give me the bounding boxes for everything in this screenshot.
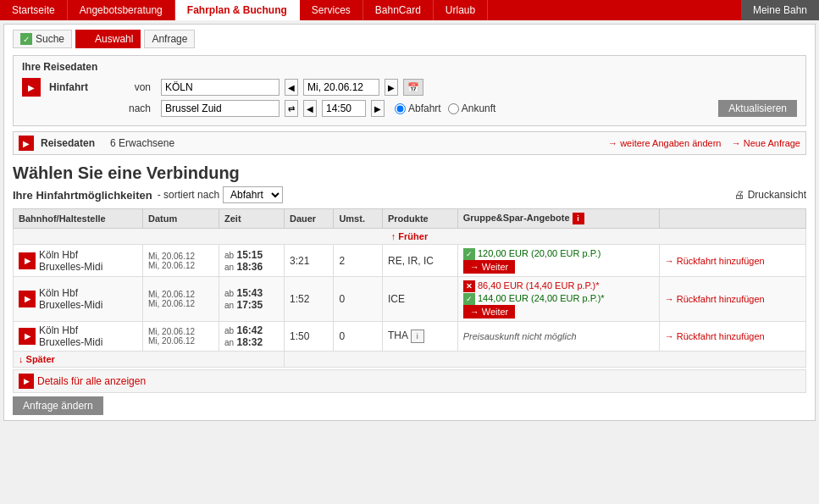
- gruppe-info-icon[interactable]: i: [573, 213, 584, 224]
- nav-bahncard[interactable]: BahnCard: [363, 0, 434, 20]
- table-row: ▶ Köln Hbf Bruxelles-Midi Mi, 20.06.12 M…: [14, 322, 806, 352]
- von-label: von: [105, 81, 156, 93]
- x-icon-2: ✕: [463, 280, 475, 292]
- radio-group: Abfahrt Ankunft: [395, 102, 495, 114]
- datum-cell-2: Mi, 20.06.12 Mi, 20.06.12: [143, 277, 219, 322]
- reisedaten-section: Ihre Reisedaten ▶ Hinfahrt von ◀ ▶ 📅 nac…: [13, 55, 806, 126]
- calendar-btn[interactable]: 📅: [403, 79, 423, 96]
- check-icon-2: ✓: [463, 293, 475, 305]
- sub-nav-anfrage[interactable]: Anfrage: [144, 30, 195, 48]
- reisedaten-row: ▶ Reisedaten 6 Erwachsene → weitere Anga…: [13, 131, 806, 155]
- reisedaten-expand-btn[interactable]: ▶: [19, 136, 34, 151]
- hinfahrt-row: ▶ Hinfahrt von ◀ ▶ 📅: [22, 78, 797, 97]
- sort-select[interactable]: Abfahrt Ankunft Dauer: [223, 186, 283, 203]
- rueckfahrt-link-2[interactable]: Rückfahrt hinzufügen: [665, 294, 765, 304]
- neue-anfrage-link[interactable]: → Neue Anfrage: [732, 138, 800, 148]
- datum-cell-3: Mi, 20.06.12 Mi, 20.06.12: [143, 322, 219, 352]
- col-bahnhof: Bahnhof/Haltestelle: [14, 209, 143, 229]
- to-station-2: Bruxelles-Midi: [39, 299, 102, 311]
- ankunft-radio[interactable]: [448, 103, 459, 114]
- reisedaten-row-label: Reisedaten: [41, 137, 95, 149]
- price-cell-2: ✕ 86,40 EUR (14,40 EUR p.P.)* ✓ 144,00 E…: [457, 277, 659, 322]
- from-station-3: Köln Hbf: [39, 324, 102, 336]
- sub-nav-auswahl[interactable]: Auswahl: [75, 30, 141, 48]
- zeit-cell-3: ab 16:42 an 18:32: [219, 322, 285, 352]
- check-icon: ✓: [20, 33, 32, 45]
- square-icon: [83, 35, 91, 43]
- section-heading: Wählen Sie eine Verbindung: [13, 163, 806, 183]
- nav-services[interactable]: Services: [300, 0, 363, 20]
- details-link[interactable]: ▶ Details für alle anzeigen: [19, 374, 146, 389]
- train-icon-1: ▶: [19, 252, 36, 269]
- bottom-row: ▶ Details für alle anzeigen: [13, 369, 806, 393]
- abfahrt-radio[interactable]: [395, 103, 406, 114]
- main-content: ✓ Suche Auswahl Anfrage Ihre Reisedaten …: [3, 24, 816, 421]
- rueckfahrt-cell-3: Rückfahrt hinzufügen: [659, 322, 805, 352]
- col-dauer: Dauer: [284, 209, 333, 229]
- weitere-angaben-link[interactable]: → weitere Angaben ändern: [608, 138, 721, 148]
- von-input[interactable]: [161, 79, 279, 96]
- verbindung-controls: Ihre Hinfahrtmöglichkeiten - sortiert na…: [13, 186, 806, 203]
- time-input[interactable]: [322, 100, 366, 117]
- hinfahrt-icon: ▶: [22, 78, 41, 97]
- train-icon-2: ▶: [19, 291, 36, 307]
- printer-icon: 🖨: [734, 189, 744, 201]
- produkte-cell-2: ICE: [383, 277, 458, 322]
- spaeter-row: ↓ Später: [14, 352, 806, 368]
- results-table: Bahnhof/Haltestelle Datum Zeit Dauer Ums…: [13, 208, 806, 368]
- next-time-btn[interactable]: ▶: [371, 100, 385, 117]
- prev-time-btn[interactable]: ◀: [303, 100, 317, 117]
- sortiert-label: - sortiert nach: [158, 189, 219, 201]
- next-date-btn[interactable]: ▶: [385, 79, 398, 96]
- ankunft-radio-label[interactable]: Ankunft: [448, 102, 496, 114]
- prev-date-btn[interactable]: ◀: [285, 79, 298, 96]
- station-cell-2: ▶ Köln Hbf Bruxelles-Midi: [14, 277, 143, 322]
- weiter-btn-2[interactable]: → Weiter: [463, 305, 516, 318]
- nach-label: nach: [105, 102, 156, 114]
- zeit-cell-2: ab 15:43 an 17:35: [219, 277, 285, 322]
- table-row: ▶ Köln Hbf Bruxelles-Midi Mi, 20.06.12 M…: [14, 277, 806, 322]
- swap-btn[interactable]: ⇄: [285, 100, 298, 117]
- sub-navigation: ✓ Suche Auswahl Anfrage: [13, 30, 806, 48]
- datum-cell-1: Mi, 20.06.12 Mi, 20.06.12: [143, 245, 219, 277]
- spaeter-cell[interactable]: ↓ Später: [14, 352, 285, 368]
- nach-input[interactable]: [161, 100, 279, 117]
- from-station-2: Köln Hbf: [39, 287, 102, 299]
- train-icon-3: ▶: [19, 328, 36, 345]
- nav-fahrplan-buchung[interactable]: Fahrplan & Buchung: [175, 0, 300, 20]
- nav-urlaub[interactable]: Urlaub: [434, 0, 488, 20]
- rueckfahrt-cell-2: Rückfahrt hinzufügen: [659, 277, 805, 322]
- umst-cell-3: 0: [334, 322, 383, 352]
- col-produkte: Produkte: [383, 209, 458, 229]
- frueher-cell[interactable]: ↑ Früher: [14, 229, 806, 245]
- meine-bahn-button[interactable]: Meine Bahn: [741, 0, 819, 20]
- abfahrt-radio-label[interactable]: Abfahrt: [395, 102, 441, 114]
- aktualisieren-button[interactable]: Aktualisieren: [718, 100, 797, 117]
- price-cell-1: ✓ 120,00 EUR (20,00 EUR p.P.) → Weiter: [457, 245, 659, 277]
- rueckfahrt-cell-1: Rückfahrt hinzufügen: [659, 245, 805, 277]
- change-links: → weitere Angaben ändern → Neue Anfrage: [181, 138, 800, 148]
- check-icon-1: ✓: [463, 248, 475, 260]
- weiter-btn-1[interactable]: → Weiter: [463, 260, 516, 274]
- sub-nav-suche[interactable]: ✓ Suche: [13, 30, 72, 48]
- details-arrow-icon: ▶: [19, 374, 34, 389]
- nach-row: nach ⇄ ◀ ▶ Abfahrt Ankunft Aktualisieren: [22, 100, 797, 117]
- dauer-cell-1: 3:21: [284, 245, 333, 277]
- nav-startseite[interactable]: Startseite: [0, 0, 68, 20]
- preisauskunft-text: Preisauskunft nicht möglich: [463, 331, 577, 341]
- rueckfahrt-link-3[interactable]: Rückfahrt hinzufügen: [665, 331, 765, 341]
- rueckfahrt-link-1[interactable]: Rückfahrt hinzufügen: [665, 256, 765, 266]
- date-input[interactable]: [303, 79, 379, 96]
- col-datum: Datum: [143, 209, 219, 229]
- druckansicht-button[interactable]: 🖨 Druckansicht: [734, 189, 806, 201]
- to-station-3: Bruxelles-Midi: [39, 336, 102, 348]
- produkte-cell-1: RE, IR, IC: [383, 245, 458, 277]
- frueher-row: ↑ Früher: [14, 229, 806, 245]
- nav-angebotsberatung[interactable]: Angebotsberatung: [68, 0, 175, 20]
- reisedaten-detail: 6 Erwachsene: [110, 137, 174, 149]
- anfrage-aendern-button[interactable]: Anfrage ändern: [13, 396, 103, 415]
- top-navigation: Startseite Angebotsberatung Fahrplan & B…: [0, 0, 819, 20]
- col-umst: Umst.: [334, 209, 383, 229]
- tha-info-icon[interactable]: i: [411, 330, 424, 343]
- produkte-cell-3: THA i: [383, 322, 458, 352]
